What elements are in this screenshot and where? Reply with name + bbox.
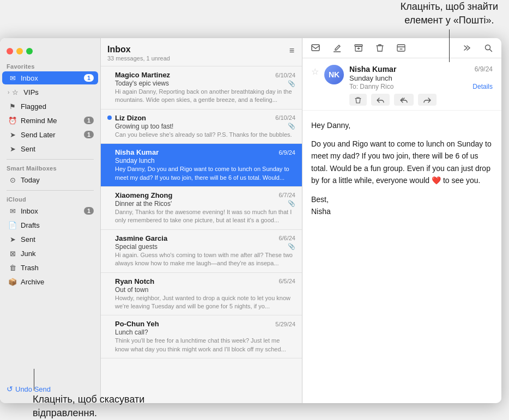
archive-button[interactable] [352, 43, 365, 53]
sidebar-item-today[interactable]: ⊙ Today [2, 173, 98, 186]
sidebar-item-junk[interactable]: ⊠ Junk [2, 247, 98, 260]
msg-preview: Hi again Danny, Reporting back on anothe… [115, 88, 295, 105]
sidebar-item-sent[interactable]: ➤ Sent [2, 142, 98, 155]
sidebar-item-label: Sent [21, 145, 94, 153]
msg-preview: Hi again. Guess who's coming to town wit… [115, 251, 295, 268]
detail-sender: Nisha Kumar [349, 65, 396, 74]
message-list: Magico Martinez 6/10/24 Today's epic vie… [101, 66, 302, 403]
msg-subject: Lunch call? [115, 328, 148, 336]
msg-date: 6/6/24 [278, 235, 295, 241]
email-greeting: Hey Danny, [311, 119, 493, 131]
sidebar-item-label: Inbox [21, 207, 84, 215]
sidebar-item-inbox[interactable]: ✉ Inbox 1 [2, 71, 98, 84]
message-item[interactable]: Magico Martinez 6/10/24 Today's epic vie… [101, 66, 302, 109]
close-button[interactable] [7, 48, 13, 54]
sidebar-item-label: Drafts [21, 221, 94, 229]
details-link[interactable]: Details [472, 83, 493, 90]
message-item[interactable]: Xiaomeng Zhong 6/7/24 Dinner at the Rico… [101, 187, 302, 230]
smart-mailboxes-section-label: Smart Mailboxes [0, 163, 100, 173]
msg-sender: Liz Dizon [115, 114, 146, 122]
msg-preview: Danny, Thanks for the awesome evening! I… [115, 208, 295, 225]
sidebar-item-remind-me[interactable]: ⏰ Remind Me 1 [2, 114, 98, 127]
action-forward-button[interactable] [418, 94, 437, 106]
compose-button[interactable] [331, 43, 343, 53]
msg-date: 6/7/24 [278, 192, 295, 198]
msg-subject: Sunday lunch [115, 157, 155, 165]
msg-subject: Special guests [115, 243, 157, 251]
msg-subject: Dinner at the Ricos' [115, 200, 172, 208]
undo-send-area: ↺ Undo Send [0, 380, 100, 398]
send-later-badge: 1 [84, 131, 94, 138]
msg-sender: Po-Chun Yeh [115, 320, 159, 328]
flagged-icon: ⚑ [8, 101, 17, 111]
action-delete-button[interactable] [349, 94, 367, 106]
message-item[interactable]: Liz Dizon 6/10/24 Growing up too fast! 📎… [101, 109, 302, 144]
email-signature: Best, Nisha [311, 193, 493, 218]
sidebar-item-flagged[interactable]: ⚑ Flagged [2, 100, 98, 113]
attachment-icon: 📎 [288, 200, 295, 207]
drafts-icon: 📄 [8, 220, 17, 230]
sidebar-item-label: Sent [21, 235, 94, 244]
new-message-button[interactable] [309, 43, 322, 53]
message-list-header: Inbox 33 messages, 1 unread ≡ [101, 38, 302, 66]
sidebar-item-label: Trash [21, 264, 94, 272]
message-item[interactable]: Nisha Kumar 6/9/24 Sunday lunch Hey Dann… [101, 144, 302, 187]
filter-icon[interactable]: ≡ [288, 45, 295, 57]
message-item[interactable]: Ryan Notch 6/5/24 Out of town Howdy, nei… [101, 273, 302, 316]
delete-button[interactable] [374, 42, 386, 53]
minimize-button[interactable] [16, 48, 23, 54]
undo-send-button[interactable]: ↺ Undo Send [7, 385, 51, 393]
action-reply-all-button[interactable] [394, 94, 414, 106]
sidebar-item-drafts[interactable]: 📄 Drafts [2, 218, 98, 232]
sidebar-item-send-later[interactable]: ➤ Send Later 1 [2, 128, 98, 141]
message-item[interactable]: Jasmine Garcia 6/6/24 Special guests 📎 H… [101, 230, 302, 273]
archive-icon: 📦 [8, 277, 17, 287]
fullscreen-button[interactable] [26, 48, 33, 54]
attachment-icon: 📎 [288, 80, 295, 87]
sidebar-item-vips[interactable]: › ☆ VIPs [2, 86, 98, 99]
undo-send-label: Undo Send [15, 385, 51, 393]
junk-button[interactable] [395, 43, 408, 53]
send-later-icon: ➤ [8, 130, 17, 139]
msg-sender: Ryan Notch [115, 277, 154, 285]
email-sender-name: Nisha [311, 205, 493, 217]
icloud-inbox-badge: 1 [84, 207, 94, 215]
inbox-badge: 1 [84, 74, 94, 82]
sidebar-item-icloud-sent[interactable]: ➤ Sent [2, 233, 98, 246]
msg-date: 6/9/24 [278, 149, 295, 156]
search-button[interactable] [482, 43, 495, 53]
msg-sender: Jasmine Garcia [115, 234, 167, 242]
detail-actions [349, 94, 493, 106]
message-item[interactable]: Po-Chun Yeh 5/29/24 Lunch call? Think yo… [101, 315, 302, 358]
attachment-icon: 📎 [288, 243, 295, 250]
sidebar-item-label: Junk [21, 249, 94, 258]
trash-icon: 🗑 [8, 263, 17, 272]
sidebar-item-trash[interactable]: 🗑 Trash [2, 261, 98, 274]
msg-sender: Xiaomeng Zhong [115, 191, 172, 199]
svg-rect-0 [312, 45, 319, 51]
sidebar-item-label: VIPs [23, 88, 94, 96]
sidebar-item-icloud-inbox[interactable]: ✉ Inbox 1 [2, 204, 98, 217]
detail-header: ☆ NK Nisha Kumar 6/9/24 Sunday lunch To:… [302, 58, 501, 111]
email-body: Do you and Rigo want to come to lunch on… [311, 138, 493, 187]
traffic-lights [0, 44, 100, 61]
detail-date: 6/9/24 [475, 65, 493, 73]
email-sign-off: Best, [311, 193, 493, 205]
message-list-panel: Inbox 33 messages, 1 unread ≡ Magico Mar… [101, 38, 302, 403]
detail-to-row: To: Danny Rico Details [349, 83, 493, 90]
sidebar-item-label: Archive [21, 278, 94, 286]
star-icon[interactable]: ☆ [311, 66, 319, 77]
remind-me-icon: ⏰ [8, 115, 17, 125]
sidebar-divider-2 [7, 190, 94, 191]
detail-meta: Nisha Kumar 6/9/24 Sunday lunch To: Dann… [349, 65, 493, 106]
today-icon: ⊙ [8, 175, 17, 185]
sidebar-item-label: Inbox [21, 74, 84, 82]
chevron-icon: › [8, 89, 9, 95]
sidebar-divider-1 [7, 159, 94, 160]
msg-preview: Think you'll be free for a lunchtime cha… [115, 337, 295, 354]
more-actions-button[interactable] [460, 43, 474, 53]
action-reply-button[interactable] [371, 94, 390, 106]
detail-sender-row: Nisha Kumar 6/9/24 [349, 65, 493, 74]
msg-sender: Nisha Kumar [115, 148, 159, 156]
sidebar-item-archive[interactable]: 📦 Archive [2, 275, 98, 288]
